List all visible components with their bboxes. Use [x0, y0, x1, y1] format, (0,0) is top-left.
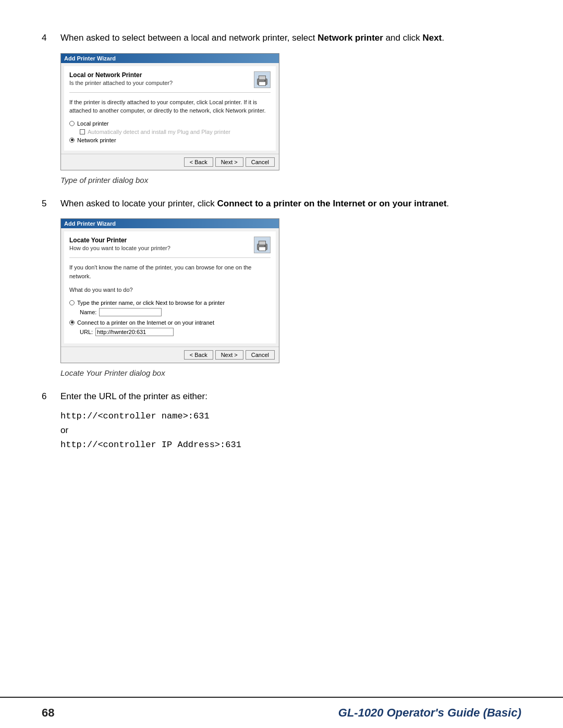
- url1: http://<controller name>:631: [60, 411, 521, 421]
- printer-svg2: [254, 237, 270, 253]
- radio-connect: [69, 320, 75, 325]
- option-connect-internet: Connect to a printer on the Internet or …: [69, 319, 271, 326]
- radio-type: [69, 300, 75, 305]
- option-local-label: Local printer: [77, 120, 109, 127]
- checkbox-auto: [80, 129, 85, 134]
- dialog1-header-title: Local or Network Printer: [69, 71, 173, 79]
- dialog2-back-button[interactable]: < Back: [184, 350, 213, 360]
- radio-network: [69, 138, 75, 143]
- step5-number: 5: [42, 197, 52, 211]
- svg-point-7: [264, 245, 266, 246]
- svg-rect-2: [259, 81, 265, 85]
- printer-svg1: [254, 71, 270, 88]
- step6-block: 6 Enter the URL of the printer as either…: [42, 390, 521, 450]
- add-printer-wizard-dialog2: Add Printer Wizard Locate Your Printer H…: [60, 218, 279, 363]
- dialog1-content: If the printer is directly attached to y…: [69, 98, 271, 115]
- dialog2-header: Locate Your Printer How do you want to l…: [69, 237, 271, 258]
- url2: http://<controller IP Address>:631: [60, 440, 521, 450]
- dialog1-header-text: Local or Network Printer Is the printer …: [69, 71, 173, 86]
- option-type-label: Type the printer name, or click Next to …: [77, 300, 225, 306]
- option-auto-detect: Automatically detect and install my Plug…: [80, 129, 271, 135]
- dialog2-cancel-button[interactable]: Cancel: [246, 350, 275, 360]
- step4-description: When asked to select between a local and…: [60, 31, 444, 45]
- url-label: URL:: [80, 329, 93, 335]
- step6-content: http://<controller name>:631 or http://<…: [60, 411, 521, 450]
- step5-block: 5 When asked to locate your printer, cli…: [42, 197, 521, 377]
- dialog1-wrapper: Add Printer Wizard Local or Network Prin…: [60, 53, 521, 170]
- page-content: 4 When asked to select between a local a…: [0, 0, 563, 483]
- dialog2-title: Add Printer Wizard: [64, 220, 116, 227]
- option-network-label: Network printer: [77, 137, 116, 143]
- or-text: or: [60, 425, 521, 436]
- add-printer-wizard-dialog1: Add Printer Wizard Local or Network Prin…: [60, 53, 279, 170]
- dialog2-body-text: If you don't know the name of the printe…: [69, 263, 271, 280]
- dialog1-header: Local or Network Printer Is the printer …: [69, 71, 271, 93]
- name-input[interactable]: [99, 308, 162, 316]
- dialog2-titlebar: Add Printer Wizard: [61, 219, 279, 228]
- step5-caption: Locate Your Printer dialog box: [60, 368, 521, 377]
- option-local-printer: Local printer: [69, 120, 271, 127]
- dialog1-header-subtitle: Is the printer attached to your computer…: [69, 80, 173, 86]
- printer-icon1: [254, 71, 271, 88]
- svg-point-3: [264, 80, 266, 81]
- dialog1-next-button[interactable]: Next >: [215, 157, 243, 167]
- step6-text: 6 Enter the URL of the printer as either…: [42, 390, 521, 403]
- step4-number: 4: [42, 31, 52, 45]
- option-type-name: Type the printer name, or click Next to …: [69, 300, 271, 306]
- svg-rect-5: [259, 241, 265, 245]
- dialog2-body: Locate Your Printer How do you want to l…: [64, 231, 276, 343]
- footer-guide-title: GL-1020 Operator's Guide (Basic): [338, 706, 521, 720]
- step4-text: 4 When asked to select between a local a…: [42, 31, 521, 45]
- dialog1-body: Local or Network Printer Is the printer …: [64, 66, 276, 151]
- name-label: Name:: [80, 309, 96, 315]
- page-number: 68: [42, 706, 54, 720]
- url-row: URL:: [80, 328, 271, 336]
- svg-rect-1: [259, 76, 265, 80]
- dialog2-what-text: What do you want to do?: [69, 286, 271, 294]
- page-footer: 68 GL-1020 Operator's Guide (Basic): [0, 697, 563, 728]
- option-auto-label: Automatically detect and install my Plug…: [88, 129, 230, 135]
- step5-text: 5 When asked to locate your printer, cli…: [42, 197, 521, 211]
- dialog2-header-subtitle: How do you want to locate your printer?: [69, 245, 170, 251]
- dialog1-back-button[interactable]: < Back: [184, 157, 213, 167]
- step6-number: 6: [42, 390, 52, 403]
- step5-description: When asked to locate your printer, click…: [60, 197, 449, 211]
- dialog1-footer: < Back Next > Cancel: [61, 154, 279, 170]
- radio-local: [69, 121, 75, 126]
- step4-block: 4 When asked to select between a local a…: [42, 31, 521, 184]
- dialog2-header-text: Locate Your Printer How do you want to l…: [69, 237, 170, 251]
- dialog1-cancel-button[interactable]: Cancel: [246, 157, 275, 167]
- option-network-printer: Network printer: [69, 137, 271, 143]
- dialog1-titlebar: Add Printer Wizard: [61, 54, 279, 63]
- option-connect-label: Connect to a printer on the Internet or …: [77, 319, 214, 326]
- step6-description: Enter the URL of the printer as either:: [60, 390, 207, 403]
- dialog2-header-title: Locate Your Printer: [69, 237, 170, 244]
- dialog2-wrapper: Add Printer Wizard Locate Your Printer H…: [60, 218, 521, 363]
- name-row: Name:: [80, 308, 271, 316]
- dialog2-next-button[interactable]: Next >: [215, 350, 243, 360]
- printer-icon2: [254, 237, 271, 253]
- dialog2-footer: < Back Next > Cancel: [61, 347, 279, 363]
- step4-caption: Type of printer dialog box: [60, 176, 521, 184]
- dialog1-title: Add Printer Wizard: [64, 55, 116, 61]
- svg-rect-6: [259, 247, 265, 251]
- url-input[interactable]: [95, 328, 174, 336]
